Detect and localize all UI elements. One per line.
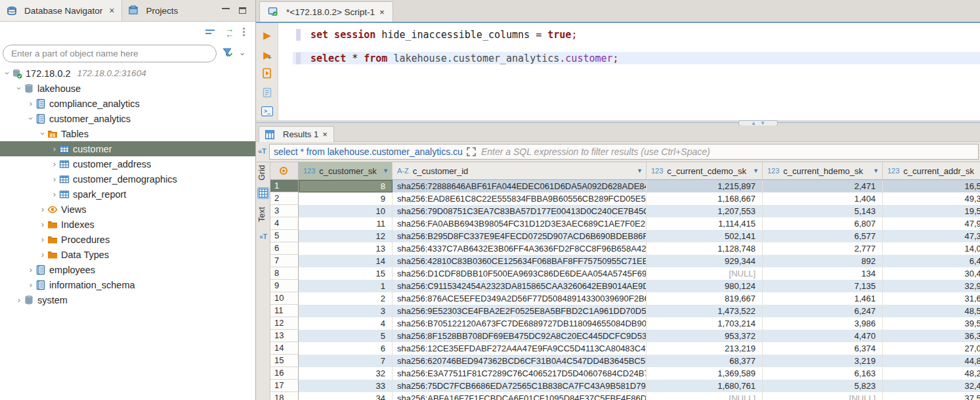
grid-cell[interactable]: 10 <box>299 205 393 217</box>
row-number[interactable]: 17 <box>270 380 299 392</box>
tree-item-lakehouse[interactable]: ›lakehouse <box>0 81 255 96</box>
column-header-c_customer_sk[interactable]: 123c_customer_sk▼ <box>299 162 393 180</box>
grid-cell[interactable]: 32 <box>299 367 393 380</box>
tree-item-compliance-analytics[interactable]: ›compliance_analytics <box>0 96 255 111</box>
grid-cell[interactable]: 6 <box>299 342 393 355</box>
chevron-expanded-icon[interactable]: › <box>38 129 48 139</box>
side-tab-text-label[interactable]: Text <box>257 207 266 222</box>
grid-cell[interactable]: 39,55 <box>883 317 980 330</box>
chevron-collapsed-icon[interactable]: › <box>50 144 59 154</box>
tree-item-system[interactable]: ›system <box>0 292 255 307</box>
chevron-expanded-icon[interactable]: › <box>14 84 24 93</box>
row-number[interactable]: 8 <box>270 267 299 280</box>
grid-cell[interactable]: 1,404 <box>763 192 883 205</box>
grid-cell[interactable]: 4 <box>299 317 393 330</box>
code-line[interactable]: select * from lakehouse.customer_analyti… <box>310 53 619 64</box>
grid-cell[interactable]: sha256:79D08751C3EA7C83BA57D177E00413D0C… <box>393 205 647 217</box>
chevron-expanded-icon[interactable]: › <box>26 114 36 123</box>
grid-cell[interactable]: 1,369,589 <box>647 367 763 380</box>
console-icon[interactable]: >_ <box>261 104 274 118</box>
code-area[interactable]: set session hide_inaccessible_columns = … <box>278 23 980 120</box>
close-icon[interactable]: × <box>109 5 114 16</box>
grid-cell[interactable]: 929,344 <box>647 255 763 267</box>
grid-cell[interactable]: sha256:FA0ABB6943B98054FC31D12D3E3AEC689… <box>393 217 647 230</box>
maximize-icon[interactable] <box>239 7 246 14</box>
grid-cell[interactable]: 8 <box>299 180 393 192</box>
grid-view-icon[interactable] <box>257 187 269 199</box>
grid-cell[interactable]: sha256:75DC7FCB6686EDA72565C1B838CA7FC43… <box>393 380 647 392</box>
grid-cell[interactable]: 14,00 <box>883 242 980 255</box>
grid-cell[interactable]: sha256:4337C7AB6432E3B06FF4A3636FD2F8CC8… <box>393 242 647 255</box>
grid-cell[interactable]: 892 <box>763 255 883 267</box>
column-header-c_current_cdemo_sk[interactable]: 123c_current_cdemo_sk▼ <box>647 162 763 180</box>
grid-cell[interactable]: 2,471 <box>763 180 883 192</box>
tree-item-customer-analytics[interactable]: ›customer_analytics <box>0 111 255 126</box>
chevron-collapsed-icon[interactable]: › <box>26 99 35 108</box>
close-icon[interactable]: × <box>379 7 385 17</box>
grid-cell[interactable]: 32,43 <box>883 380 980 392</box>
grid-cell[interactable]: 6,807 <box>763 217 883 230</box>
grid-cell[interactable]: 1,114,415 <box>647 217 763 230</box>
row-number[interactable]: 1 <box>270 180 299 192</box>
tree-item-information-schema[interactable]: ›information_schema <box>0 277 255 292</box>
row-number[interactable]: 3 <box>270 205 299 217</box>
grid-cell[interactable]: 1,168,667 <box>647 192 763 205</box>
grid-cell[interactable]: 27,08 <box>883 342 980 355</box>
execute-new-tab-icon[interactable]: ▶+ <box>261 48 274 61</box>
grid-cell[interactable]: 1,680,761 <box>647 380 763 392</box>
collapse-all-icon[interactable] <box>205 28 216 35</box>
expand-filter-icon[interactable] <box>467 147 477 156</box>
row-number[interactable]: 14 <box>270 342 299 355</box>
grid-cell[interactable]: 6,44 <box>883 255 980 267</box>
grid-cell[interactable]: 6,163 <box>763 367 883 380</box>
grid-cell[interactable]: 49,38 <box>883 192 980 205</box>
side-tab-grid-label[interactable]: Grid <box>257 165 266 181</box>
execute-statement-icon[interactable]: ▶ <box>261 28 274 41</box>
tree-item-tables[interactable]: ›Tables <box>0 126 255 141</box>
tree-item-customer[interactable]: ›customer <box>0 141 255 156</box>
tree-item-employees[interactable]: ›employees <box>0 262 255 277</box>
tree-item-views[interactable]: ›Views <box>0 202 255 217</box>
filter-funnel-icon[interactable] <box>222 47 234 58</box>
chevron-collapsed-icon[interactable]: › <box>26 265 35 275</box>
value-view-icon[interactable]: «T <box>257 231 269 242</box>
grid-cell[interactable]: 1 <box>299 280 393 292</box>
code-line[interactable]: set session hide_inaccessible_columns = … <box>310 29 577 41</box>
grid-cell[interactable]: [NULL] <box>647 267 763 280</box>
grid-cell[interactable]: sha256:E3A77511F81C7289C76C4065217D5D406… <box>393 367 647 380</box>
grid-cell[interactable]: 502,141 <box>647 230 763 242</box>
grid-cell[interactable]: 5,143 <box>763 205 883 217</box>
grid-cell[interactable]: 13 <box>299 242 393 255</box>
grid-cell[interactable]: 5 <box>299 330 393 342</box>
row-number[interactable]: 15 <box>270 355 299 367</box>
grid-cell[interactable]: 3,986 <box>763 317 883 330</box>
row-number[interactable]: 9 <box>270 280 299 292</box>
tree-item-procedures[interactable]: ›Procedures <box>0 232 255 247</box>
grid-cell[interactable]: 980,124 <box>647 280 763 292</box>
grid-cell[interactable]: 6,374 <box>763 342 883 355</box>
chevron-collapsed-icon[interactable]: › <box>14 295 24 305</box>
row-number[interactable]: 7 <box>270 255 299 267</box>
row-number[interactable]: 2 <box>270 192 299 205</box>
grid-cell[interactable]: 68,377 <box>647 355 763 367</box>
editor-body[interactable]: ▶ ▶+ >_ set session hide_inaccessible_co… <box>256 23 980 120</box>
tab-projects[interactable]: Projects <box>122 0 185 21</box>
grid-cell[interactable]: sha256:B705122120A673FC7DE6889727DB11809… <box>393 317 647 330</box>
tab-results-1[interactable]: Results 1 × <box>259 126 334 142</box>
grid-cell[interactable]: 1,473,522 <box>647 305 763 317</box>
grid-cell[interactable]: 7 <box>299 355 393 367</box>
grid-cell[interactable]: 47,99 <box>883 217 980 230</box>
grid-cell[interactable]: sha256:9E52303CE4FBA2E2F0525E8A5BFBD2C1A… <box>393 305 647 317</box>
tree-item-spark-report[interactable]: ›spark_report <box>0 187 255 202</box>
chevron-collapsed-icon[interactable]: › <box>50 174 59 184</box>
row-number[interactable]: 4 <box>270 217 299 230</box>
grid-cell[interactable]: 30,46 <box>883 267 980 280</box>
dropdown-arrow-icon[interactable]: ▼ <box>873 167 879 174</box>
grid-cell[interactable]: 6,247 <box>763 305 883 317</box>
row-number[interactable]: 11 <box>270 305 299 317</box>
grid-cell[interactable]: 5,823 <box>763 380 883 392</box>
row-number[interactable]: 10 <box>270 292 299 305</box>
column-header-c_current_addr_sk[interactable]: 123c_current_addr_sk▼ <box>883 162 980 180</box>
tree-item-indexes[interactable]: ›Indexes <box>0 217 255 232</box>
grid-cell[interactable]: sha256:EAD8E61C8C22E555834FBBA9B60556CB2… <box>393 192 647 205</box>
